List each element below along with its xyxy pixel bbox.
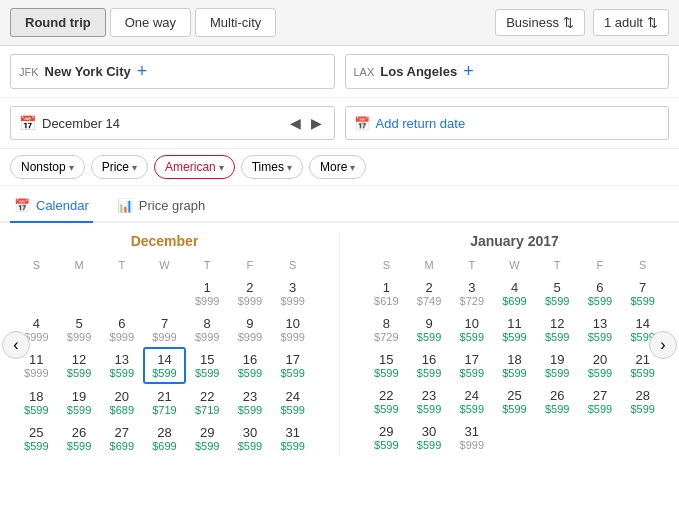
origin-code: JFK [19, 66, 39, 78]
cal-day-18[interactable]: 18$599 [15, 384, 58, 420]
cal-day-20[interactable]: 20$599 [579, 347, 622, 383]
cal-day-10[interactable]: 10$599 [450, 311, 493, 347]
add-return-date-link[interactable]: Add return date [376, 116, 466, 131]
cal-day-30[interactable]: 30$599 [229, 420, 272, 456]
cal-day-31[interactable]: 31$999 [450, 419, 493, 455]
cal-day-3[interactable]: 3$999 [271, 275, 314, 311]
cal-day-31[interactable]: 31$599 [271, 420, 314, 456]
cal-day-13[interactable]: 13$599 [579, 311, 622, 347]
cal-day-27[interactable]: 27$699 [100, 420, 143, 456]
cal-day-16[interactable]: 16$599 [408, 347, 451, 383]
cal-day-19[interactable]: 19$599 [58, 384, 101, 420]
cal-header-f: F [579, 257, 622, 275]
cal-day-1[interactable]: 1$999 [186, 275, 229, 311]
cal-day-2[interactable]: 2$749 [408, 275, 451, 311]
date-nav: ◀ ▶ [286, 113, 326, 133]
calendar-prev-button[interactable]: ‹ [2, 331, 30, 359]
passengers-select[interactable]: 1 adult ⇅ [593, 9, 669, 36]
filter-times[interactable]: Times ▾ [241, 155, 303, 179]
cal-header-m: M [58, 257, 101, 275]
filter-american[interactable]: American ▾ [154, 155, 235, 179]
tab-price-graph[interactable]: 📊 Price graph [113, 192, 209, 223]
cal-day-22[interactable]: 22$599 [365, 383, 408, 419]
cal-day-6[interactable]: 6$599 [579, 275, 622, 311]
cal-day-21[interactable]: 21$719 [143, 384, 186, 420]
cal-day-22[interactable]: 22$719 [186, 384, 229, 420]
cal-header-m: M [408, 257, 451, 275]
january-title: January 2017 [365, 233, 664, 249]
cal-day-8[interactable]: 8$999 [186, 311, 229, 347]
tab-calendar[interactable]: 📅 Calendar [10, 192, 93, 223]
return-date-input[interactable]: 📅 Add return date [345, 106, 670, 140]
round-trip-button[interactable]: Round trip [10, 8, 106, 37]
origin-input[interactable]: JFK New York City + [10, 54, 335, 89]
cal-day-15[interactable]: 15$599 [365, 347, 408, 383]
view-tabs: 📅 Calendar 📊 Price graph [0, 186, 679, 223]
cal-day-10[interactable]: 10$999 [271, 311, 314, 347]
cal-day-2[interactable]: 2$999 [229, 275, 272, 311]
filter-price[interactable]: Price ▾ [91, 155, 148, 179]
departure-date-text: December 14 [42, 116, 280, 131]
cal-day-17[interactable]: 17$599 [450, 347, 493, 383]
cal-day-24[interactable]: 24$599 [271, 384, 314, 420]
cal-day-27[interactable]: 27$599 [579, 383, 622, 419]
cal-day-28[interactable]: 28$699 [143, 420, 186, 456]
cal-day-12[interactable]: 12$599 [536, 311, 579, 347]
cal-header-t: T [100, 257, 143, 275]
dest-code: LAX [354, 66, 375, 78]
multi-city-button[interactable]: Multi-city [195, 8, 276, 37]
cabin-arrow-icon: ⇅ [563, 15, 574, 30]
cal-day-11[interactable]: 11$599 [493, 311, 536, 347]
filter-more[interactable]: More ▾ [309, 155, 366, 179]
cal-day-15[interactable]: 15$599 [186, 347, 229, 384]
cal-day-25[interactable]: 25$599 [15, 420, 58, 456]
dest-add-button[interactable]: + [463, 61, 474, 82]
cal-day-7[interactable]: 7$599 [621, 275, 664, 311]
cal-day-14[interactable]: 14$599 [143, 347, 186, 384]
cal-day-20[interactable]: 20$689 [100, 384, 143, 420]
cal-day-3[interactable]: 3$729 [450, 275, 493, 311]
cal-day-6[interactable]: 6$999 [100, 311, 143, 347]
cal-day-25[interactable]: 25$599 [493, 383, 536, 419]
cal-day-9[interactable]: 9$599 [408, 311, 451, 347]
date-prev-button[interactable]: ◀ [286, 113, 305, 133]
one-way-button[interactable]: One way [110, 8, 191, 37]
cal-day-17[interactable]: 17$599 [271, 347, 314, 384]
cabin-label: Business [506, 15, 559, 30]
cal-day-18[interactable]: 18$599 [493, 347, 536, 383]
filter-nonstop[interactable]: Nonstop ▾ [10, 155, 85, 179]
cal-day-1[interactable]: 1$619 [365, 275, 408, 311]
cal-day-23[interactable]: 23$599 [229, 384, 272, 420]
departure-date-input[interactable]: 📅 December 14 ◀ ▶ [10, 106, 335, 140]
cal-day-29[interactable]: 29$599 [365, 419, 408, 455]
cal-day-26[interactable]: 26$599 [536, 383, 579, 419]
cal-day-19[interactable]: 19$599 [536, 347, 579, 383]
cal-day-7[interactable]: 7$999 [143, 311, 186, 347]
cal-day-29[interactable]: 29$599 [186, 420, 229, 456]
cal-day-5[interactable]: 5$999 [58, 311, 101, 347]
cal-day-16[interactable]: 16$599 [229, 347, 272, 384]
cal-day-13[interactable]: 13$599 [100, 347, 143, 384]
cal-header-t: T [450, 257, 493, 275]
destination-input[interactable]: LAX Los Angeles + [345, 54, 670, 89]
return-calendar-icon: 📅 [354, 116, 370, 131]
cal-day-4[interactable]: 4$699 [493, 275, 536, 311]
cal-day-8[interactable]: 8$729 [365, 311, 408, 347]
calendar-next-button[interactable]: › [649, 331, 677, 359]
cal-day-23[interactable]: 23$599 [408, 383, 451, 419]
cal-day-12[interactable]: 12$599 [58, 347, 101, 384]
cal-day-30[interactable]: 30$599 [408, 419, 451, 455]
cal-day-28[interactable]: 28$599 [621, 383, 664, 419]
calendar-area: ‹ December SMTWTFS1$9992$9993$9994$9995$… [0, 223, 679, 466]
date-next-button[interactable]: ▶ [307, 113, 326, 133]
cal-day-9[interactable]: 9$999 [229, 311, 272, 347]
cal-day-24[interactable]: 24$599 [450, 383, 493, 419]
cal-day-5[interactable]: 5$599 [536, 275, 579, 311]
date-row: 📅 December 14 ◀ ▶ 📅 Add return date [0, 98, 679, 149]
cal-header-f: F [229, 257, 272, 275]
cabin-select[interactable]: Business ⇅ [495, 9, 585, 36]
cal-day-26[interactable]: 26$599 [58, 420, 101, 456]
swap-button[interactable]: + [137, 61, 148, 82]
cal-header-t: T [536, 257, 579, 275]
january-calendar: January 2017 SMTWTFS1$6192$7493$7294$699… [365, 233, 664, 456]
